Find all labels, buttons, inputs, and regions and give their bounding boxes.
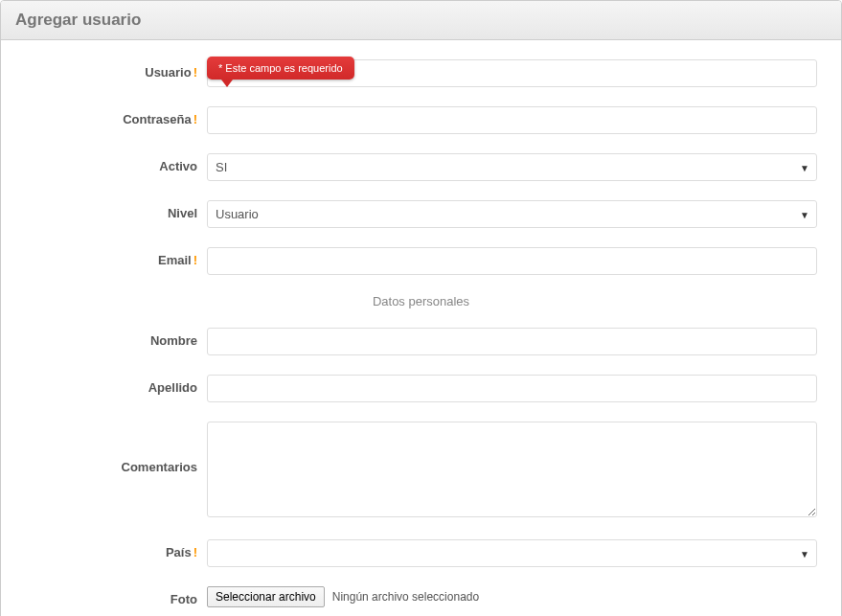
file-status-text: Ningún archivo seleccionado xyxy=(332,590,479,604)
modal-header: Agregar usuario xyxy=(1,1,841,40)
required-icon: ! xyxy=(193,112,197,126)
row-apellido: Apellido xyxy=(25,375,817,402)
modal-body: Usuario! * Este campo es requerido Contr… xyxy=(1,40,841,616)
required-icon: ! xyxy=(193,545,197,559)
label-usuario: Usuario! xyxy=(25,59,207,80)
label-contrasena: Contraseña! xyxy=(25,106,207,126)
row-nivel: Nivel Usuario ▼ xyxy=(25,200,817,228)
error-tooltip-usuario: * Este campo es requerido xyxy=(207,57,354,80)
row-email: Email! xyxy=(25,247,817,275)
activo-select[interactable]: SI xyxy=(207,153,817,181)
label-nombre: Nombre xyxy=(25,328,207,348)
row-nombre: Nombre xyxy=(25,328,817,355)
email-input[interactable] xyxy=(207,247,817,275)
add-user-modal: Agregar usuario Usuario! * Este campo es… xyxy=(0,0,842,616)
label-nivel: Nivel xyxy=(25,200,207,220)
modal-title: Agregar usuario xyxy=(15,11,827,30)
file-select-button[interactable]: Seleccionar archivo xyxy=(207,586,325,607)
row-comentarios: Comentarios xyxy=(25,422,817,520)
label-comentarios: Comentarios xyxy=(25,422,207,474)
label-apellido: Apellido xyxy=(25,375,207,395)
label-pais: País! xyxy=(25,539,207,559)
row-contrasena: Contraseña! xyxy=(25,106,817,134)
nombre-input[interactable] xyxy=(207,328,817,355)
row-foto: Foto Seleccionar archivo Ningún archivo … xyxy=(25,586,817,607)
contrasena-input[interactable] xyxy=(207,106,817,134)
section-personal-title: Datos personales xyxy=(25,294,817,308)
required-icon: ! xyxy=(193,65,197,80)
label-activo: Activo xyxy=(25,153,207,173)
label-foto: Foto xyxy=(25,586,207,606)
pais-select[interactable] xyxy=(207,539,817,567)
row-activo: Activo SI ▼ xyxy=(25,153,817,181)
row-usuario: Usuario! * Este campo es requerido xyxy=(25,59,817,87)
nivel-select[interactable]: Usuario xyxy=(207,200,817,228)
apellido-input[interactable] xyxy=(207,375,817,402)
comentarios-textarea[interactable] xyxy=(207,422,817,517)
required-icon: ! xyxy=(193,253,197,267)
label-email: Email! xyxy=(25,247,207,267)
row-pais: País! ▼ xyxy=(25,539,817,567)
